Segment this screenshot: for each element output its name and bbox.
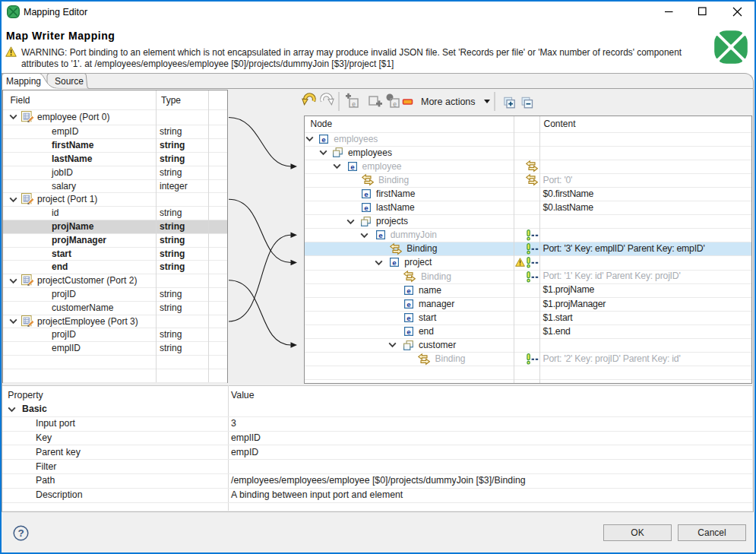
svg-text:e: e bbox=[406, 299, 411, 308]
svg-text:e: e bbox=[352, 100, 356, 108]
svg-text:e: e bbox=[393, 100, 397, 108]
svg-text:e: e bbox=[378, 231, 383, 239]
svg-text:e: e bbox=[406, 286, 411, 294]
svg-text:e: e bbox=[364, 190, 369, 198]
svg-text:e: e bbox=[393, 258, 397, 267]
svg-text:?: ? bbox=[17, 527, 24, 539]
svg-text:e: e bbox=[322, 135, 327, 143]
svg-text:e: e bbox=[364, 204, 369, 212]
svg-text:e: e bbox=[406, 313, 411, 321]
svg-text:e: e bbox=[350, 162, 355, 170]
svg-text:e: e bbox=[406, 328, 411, 336]
